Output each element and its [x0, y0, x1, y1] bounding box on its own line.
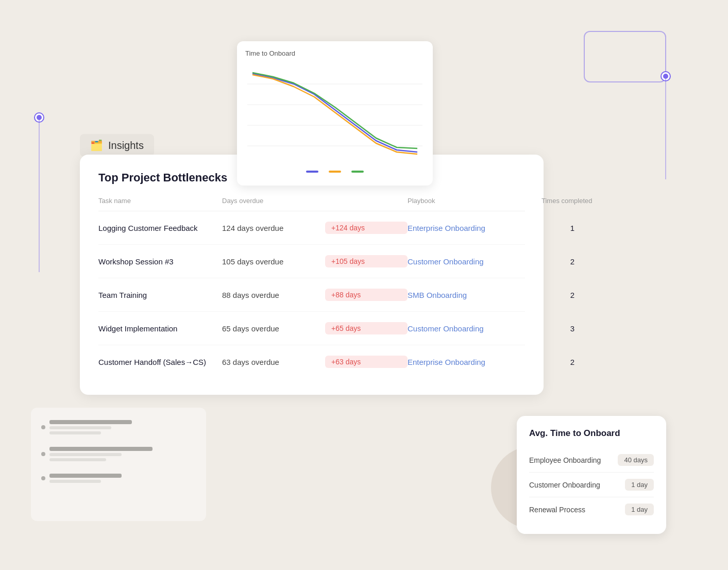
col-days: Days overdue	[222, 197, 325, 205]
chart-area	[245, 63, 425, 166]
playbook-link[interactable]: SMB Onboarding	[408, 291, 541, 299]
task-name: Workshop Session #3	[98, 257, 222, 266]
list-line-sub	[49, 426, 111, 429]
playbook-link[interactable]: Customer Onboarding	[408, 257, 541, 266]
table-header: Task name Days overdue Playbook Times co…	[98, 197, 525, 211]
days-text: 63 days overdue	[222, 358, 325, 366]
list-item	[41, 447, 196, 463]
list-line-sub	[49, 431, 101, 434]
decorative-line-left	[39, 118, 40, 272]
days-text: 65 days overdue	[222, 324, 325, 333]
chart-title: Time to Onboard	[245, 49, 425, 57]
avg-time-card: Avg. Time to Onboard Employee Onboarding…	[517, 416, 666, 534]
table-row: Logging Customer Feedback 124 days overd…	[98, 211, 525, 245]
decorative-corner-top-right	[584, 31, 666, 82]
avg-value: 1 day	[625, 479, 654, 491]
list-line-sub	[49, 480, 101, 483]
days-badge: +105 days	[325, 255, 408, 267]
list-item	[41, 474, 196, 485]
avg-label: Renewal Process	[529, 506, 585, 514]
list-line-main	[49, 447, 153, 451]
list-item	[41, 420, 196, 437]
table-row: Widget Implementation 65 days overdue +6…	[98, 312, 525, 345]
playbook-link[interactable]: Enterprise Onboarding	[408, 358, 541, 366]
legend-dot-2	[329, 171, 341, 173]
playbook-link[interactable]: Enterprise Onboarding	[408, 224, 541, 232]
list-line-main	[49, 474, 122, 478]
playbook-link[interactable]: Customer Onboarding	[408, 324, 541, 333]
insights-label: Insights	[108, 140, 144, 152]
table-row: Team Training 88 days overdue +88 days S…	[98, 278, 525, 312]
avg-row: Renewal Process 1 day	[529, 497, 654, 522]
days-text: 105 days overdue	[222, 257, 325, 266]
times-completed: 3	[541, 324, 603, 333]
days-badge: +88 days	[325, 289, 408, 301]
avg-label: Employee Onboarding	[529, 456, 601, 464]
times-completed: 2	[541, 358, 603, 366]
insights-badge[interactable]: 🗂️ Insights	[80, 134, 154, 157]
bottlenecks-card: Top Project Bottlenecks Task name Days o…	[80, 155, 544, 395]
legend-dot-3	[351, 171, 364, 173]
avg-value: 40 days	[618, 454, 654, 466]
avg-value: 1 day	[625, 504, 654, 515]
decorative-line-right	[665, 76, 666, 179]
task-name: Logging Customer Feedback	[98, 224, 222, 232]
days-badge: +124 days	[325, 222, 408, 234]
col-badge	[325, 197, 408, 205]
col-times: Times completed	[541, 197, 603, 205]
list-line-sub	[49, 458, 106, 461]
time-to-onboard-card: Time to Onboard	[237, 41, 433, 186]
task-name: Widget Implementation	[98, 324, 222, 333]
list-card	[31, 408, 206, 521]
avg-title: Avg. Time to Onboard	[529, 428, 654, 439]
chart-icon: 🗂️	[90, 139, 103, 152]
days-text: 124 days overdue	[222, 224, 325, 232]
task-name: Customer Handoff (Sales→CS)	[98, 358, 222, 366]
times-completed: 2	[541, 257, 603, 266]
times-completed: 1	[541, 224, 603, 232]
times-completed: 2	[541, 291, 603, 299]
days-text: 88 days overdue	[222, 291, 325, 299]
legend-dot-1	[306, 171, 318, 173]
chart-legend	[245, 171, 425, 173]
table-row: Customer Handoff (Sales→CS) 63 days over…	[98, 345, 525, 378]
list-bullet	[41, 452, 45, 456]
table-row: Workshop Session #3 105 days overdue +10…	[98, 245, 525, 278]
days-badge: +63 days	[325, 356, 408, 368]
list-bullet	[41, 476, 45, 480]
task-name: Team Training	[98, 291, 222, 299]
avg-row: Employee Onboarding 40 days	[529, 448, 654, 473]
avg-label: Customer Onboarding	[529, 481, 600, 489]
days-badge: +65 days	[325, 322, 408, 334]
col-task: Task name	[98, 197, 222, 205]
avg-row: Customer Onboarding 1 day	[529, 473, 654, 497]
list-line-sub	[49, 453, 122, 456]
col-playbook: Playbook	[408, 197, 541, 205]
list-line-main	[49, 420, 132, 424]
list-bullet	[41, 425, 45, 429]
